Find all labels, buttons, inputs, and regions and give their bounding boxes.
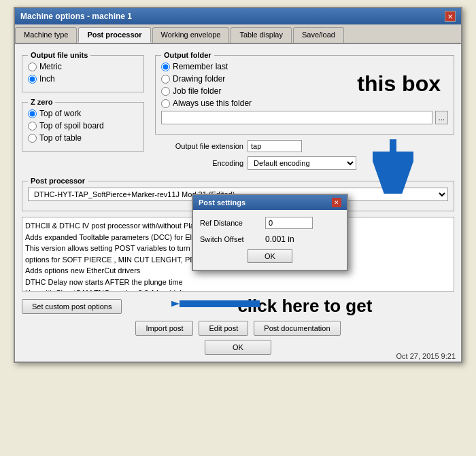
radio-always-use-row: Always use this folder: [161, 99, 448, 108]
timestamp: Oct 27, 2015 9:21: [396, 352, 456, 360]
radio-metric-row: Metric: [28, 62, 138, 71]
left-column: Output file units Metric Inch Z zero: [22, 51, 144, 174]
radio-top-of-work[interactable]: [28, 109, 37, 118]
modal-ok-row: OK: [200, 249, 340, 263]
ref-distance-label: Ref Distance: [200, 219, 261, 227]
browse-button[interactable]: ...: [435, 111, 448, 124]
folder-path-input[interactable]: [161, 111, 432, 124]
modal-title-bar: Post settings ✕: [193, 195, 347, 210]
radio-top-of-spoil-label: Top of spoil board: [39, 121, 104, 130]
modal-close-button[interactable]: ✕: [332, 198, 341, 207]
output-folder-group: Output folder Remember last Drawing fold…: [155, 51, 454, 135]
radio-always-use[interactable]: [161, 99, 170, 108]
tab-save-load[interactable]: Save/load: [293, 27, 344, 43]
radio-drawing-folder-row: Drawing folder: [161, 74, 448, 84]
radio-inch[interactable]: [28, 75, 37, 84]
output-file-extension-row: Output file extension: [155, 140, 454, 152]
output-file-units-group: Output file units Metric Inch: [22, 51, 144, 92]
output-file-extension-input[interactable]: [248, 140, 302, 152]
custom-post-row: Set custom post options click here to ge…: [22, 296, 454, 317]
modal-title-text: Post settings: [199, 198, 245, 207]
close-button[interactable]: ✕: [445, 11, 456, 22]
encoding-select[interactable]: Default encoding: [248, 156, 356, 170]
main-window: Machine options - machine 1 ✕ Machine ty…: [14, 7, 462, 363]
tab-working-envelope[interactable]: Working envelope: [152, 27, 230, 43]
radio-drawing-folder[interactable]: [161, 75, 170, 84]
radio-top-of-table-label: Top of table: [39, 133, 82, 143]
radio-job-file-row: Job file folder: [161, 86, 448, 96]
modal-ok-button[interactable]: OK: [248, 249, 292, 263]
switch-offset-label: Switch Offset: [200, 235, 261, 243]
tab-bar: Machine type Post processor Working enve…: [15, 24, 461, 44]
radio-inch-label: Inch: [39, 74, 55, 84]
radio-top-of-work-row: Top of work: [28, 109, 138, 118]
radio-top-of-table-row: Top of table: [28, 133, 138, 143]
radio-job-file-folder[interactable]: [161, 87, 170, 96]
radio-top-of-spoil[interactable]: [28, 122, 37, 130]
window-title: Machine options - machine 1: [20, 12, 132, 21]
content-area: Output file units Metric Inch Z zero: [15, 44, 461, 362]
radio-drawing-folder-label: Drawing folder: [173, 74, 225, 84]
click-here-text: click here to get: [237, 296, 372, 316]
z-zero-group: Z zero Top of work Top of spoil board To…: [22, 98, 144, 152]
tab-machine-type[interactable]: Machine type: [15, 27, 77, 43]
modal-content-area: Ref Distance Switch Offset 0.001 in OK: [193, 210, 347, 270]
ref-distance-input[interactable]: [265, 217, 313, 229]
encoding-label: Encoding: [155, 159, 243, 167]
radio-remember-last-label: Remember last: [173, 62, 228, 71]
output-folder-legend: Output folder: [161, 51, 214, 59]
switch-offset-value: 0.001 in: [265, 234, 294, 244]
description-text: DTHCII & DTHC IV post processor with/wit…: [25, 222, 207, 292]
radio-always-use-label: Always use this folder: [173, 99, 252, 108]
encoding-row: Encoding Default encoding: [155, 156, 454, 170]
post-processor-legend: Post processor: [28, 177, 88, 185]
import-post-button[interactable]: Import post: [135, 321, 193, 336]
output-file-units-legend: Output file units: [28, 51, 90, 59]
switch-offset-row: Switch Offset 0.001 in: [200, 234, 340, 244]
folder-path-row: ...: [161, 111, 448, 124]
radio-remember-last[interactable]: [161, 63, 170, 71]
tab-table-display[interactable]: Table display: [231, 27, 292, 43]
radio-inch-row: Inch: [28, 74, 138, 84]
radio-top-of-spoil-row: Top of spoil board: [28, 121, 138, 130]
output-file-extension-label: Output file extension: [155, 142, 243, 150]
post-documentation-button[interactable]: Post documentation: [254, 321, 340, 336]
radio-remember-last-row: Remember last: [161, 62, 448, 71]
modal-box: Post settings ✕ Ref Distance Switch Offs…: [192, 194, 348, 271]
ok-button[interactable]: OK: [205, 340, 271, 355]
right-column: Output folder Remember last Drawing fold…: [155, 51, 454, 174]
main-layout: Output file units Metric Inch Z zero: [22, 51, 454, 174]
click-here-annotation: click here to get: [237, 296, 372, 317]
post-settings-modal: Post settings ✕ Ref Distance Switch Offs…: [192, 194, 348, 271]
radio-metric[interactable]: [28, 63, 37, 71]
ref-distance-row: Ref Distance: [200, 217, 340, 229]
tab-post-processor[interactable]: Post processor: [78, 27, 150, 43]
radio-top-of-work-label: Top of work: [39, 109, 81, 118]
set-custom-post-button[interactable]: Set custom post options: [22, 299, 122, 314]
action-buttons-row: Import post Edit post Post documentation: [22, 321, 454, 336]
ok-row: OK: [22, 340, 454, 355]
edit-post-button[interactable]: Edit post: [199, 321, 248, 336]
radio-metric-label: Metric: [39, 62, 62, 71]
radio-top-of-table[interactable]: [28, 134, 37, 143]
radio-job-file-label: Job file folder: [173, 86, 221, 96]
z-zero-legend: Z zero: [28, 98, 55, 106]
title-bar: Machine options - machine 1 ✕: [15, 8, 461, 24]
